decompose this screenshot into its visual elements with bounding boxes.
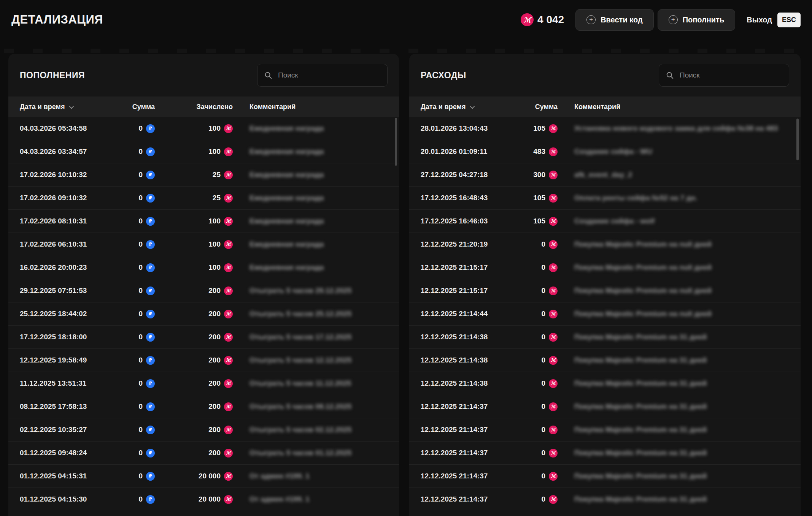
search-icon [264,71,272,79]
table-row[interactable]: 01.12.2025 04:15:30 0 ₽ 20 000 ℳ От адми… [8,488,399,511]
table-row[interactable]: 12.12.2025 21:14:38 0 ℳ Покупка Majestic… [409,372,801,395]
table-row[interactable]: 17.02.2026 10:10:32 0 ₽ 25 ℳ Ежедневная … [8,163,399,187]
table-row[interactable]: 17.02.2026 06:10:31 0 ₽ 100 ℳ Ежедневная… [8,233,399,256]
table-row[interactable]: 20.01.2026 01:09:11 483 ℳ Создание сейфа… [409,140,801,163]
row-datetime: 12.12.2025 21:14:37 [421,495,523,503]
exit-label: Выход [747,16,772,24]
table-row[interactable]: 12.12.2025 21:14:37 0 ℳ Покупка Majestic… [409,465,801,488]
row-comment: Отыграть 5 часов 29.12.2025 [233,286,388,295]
table-row[interactable]: 12.12.2025 21:14:37 0 ℳ Покупка Majestic… [409,418,801,442]
majestic-coin-icon: ℳ [224,171,233,179]
majestic-coin-icon: ℳ [549,426,558,434]
table-row[interactable]: 17.12.2025 18:18:00 0 ₽ 200 ℳ Отыграть 5… [8,326,399,349]
row-comment: Создание сейфа - wolf [558,217,789,225]
table-row[interactable]: 25.12.2025 18:44:02 0 ₽ 200 ℳ Отыграть 5… [8,302,399,326]
row-sum: 0 ℳ [523,240,558,249]
row-datetime: 27.12.2025 04:27:18 [421,171,523,179]
table-row[interactable]: 11.12.2025 13:51:31 0 ₽ 200 ℳ Отыграть 5… [8,372,399,395]
row-datetime: 17.12.2025 18:18:00 [20,333,122,341]
majestic-coin-icon: ℳ [549,333,558,342]
table-row[interactable]: 02.12.2025 10:35:27 0 ₽ 200 ℳ Отыграть 5… [8,418,399,442]
majestic-coin-icon: ℳ [549,147,558,156]
majestic-coin-icon: ℳ [549,472,558,481]
row-datetime: 17.12.2025 16:46:03 [421,217,523,225]
row-sum: 0 ₽ [122,379,155,388]
table-row[interactable]: 12.12.2025 21:14:37 0 ℳ Покупка Majestic… [409,395,801,418]
row-comment: Отыграть 5 часов 08.12.2025 [233,402,388,411]
row-comment: Ежедневная награда [233,171,388,179]
table-row[interactable]: 12.12.2025 21:14:38 0 ℳ Покупка Majestic… [409,349,801,372]
table-row[interactable]: 04.03.2026 03:34:57 0 ₽ 100 ℳ Ежедневная… [8,140,399,163]
row-sum: 0 ℳ [523,472,558,481]
ruble-coin-icon: ₽ [146,240,155,249]
table-row[interactable]: 17.12.2025 16:48:43 105 ℳ Оплата ренты с… [409,187,801,210]
majestic-coin-icon: ℳ [549,495,558,504]
exit-button[interactable]: Выход ESC [747,13,801,27]
row-sum: 105 ℳ [523,194,558,203]
enter-code-button[interactable]: + Ввести код [575,9,654,31]
table-row[interactable]: 17.02.2026 08:10:31 0 ₽ 100 ℳ Ежедневная… [8,210,399,233]
row-datetime: 12.12.2025 21:14:44 [421,310,523,318]
majestic-coin-icon: ℳ [549,402,558,411]
ruble-coin-icon: ₽ [146,402,155,411]
expenses-scrollbar[interactable] [796,119,799,160]
topups-search-input[interactable] [257,64,388,87]
table-row[interactable]: 17.12.2025 16:46:03 105 ℳ Создание сейфа… [409,210,801,233]
topups-panel: ПОПОЛНЕНИЯ Дата и время Сумма Зачислено … [8,54,399,516]
table-row[interactable]: 27.12.2025 04:27:18 300 ℳ afk_event_day_… [409,163,801,187]
row-credited: 20 000 ℳ [155,495,233,504]
row-sum: 0 ℳ [523,495,558,504]
row-sum: 300 ℳ [523,171,558,179]
column-header-datetime[interactable]: Дата и время [421,103,523,111]
row-datetime: 08.12.2025 17:58:13 [20,402,122,411]
majestic-coin-icon: ℳ [549,124,558,133]
column-header-sum: Сумма [523,103,558,111]
table-row[interactable]: 12.12.2025 21:14:37 0 ℳ Покупка Majestic… [409,488,801,511]
table-row[interactable]: 12.12.2025 21:14:44 0 ℳ Покупка Majestic… [409,302,801,326]
table-row[interactable]: 04.03.2026 05:34:58 0 ₽ 100 ℳ Ежедневная… [8,117,399,140]
chevron-down-icon [69,104,74,109]
row-comment: Отыграть 5 часов 17.12.2025 [233,333,388,341]
table-row[interactable]: 12.12.2025 21:14:38 0 ℳ Покупка Majestic… [409,326,801,349]
table-row[interactable]: 12.12.2025 21:20:19 0 ℳ Покупка Majestic… [409,233,801,256]
row-datetime: 12.12.2025 21:14:38 [421,356,523,364]
row-sum: 0 ℳ [523,356,558,365]
table-row[interactable]: 01.12.2025 09:48:24 0 ₽ 200 ℳ Отыграть 5… [8,442,399,465]
table-row[interactable]: 29.12.2025 07:51:53 0 ₽ 200 ℳ Отыграть 5… [8,279,399,302]
row-comment: Отыграть 5 часов 11.12.2025 [233,379,388,388]
table-row[interactable]: 17.02.2026 09:10:32 0 ₽ 25 ℳ Ежедневная … [8,187,399,210]
row-comment: Покупка Majestic Premium на null дней [558,263,789,272]
column-header-sum: Сумма [122,103,155,111]
row-credited: 25 ℳ [155,171,233,179]
topups-scrollbar[interactable] [395,118,397,166]
topup-button[interactable]: + Пополнить [658,9,736,31]
table-row[interactable]: 12.12.2025 21:15:17 0 ℳ Покупка Majestic… [409,279,801,302]
majestic-coin-icon: ℳ [224,147,233,156]
table-row[interactable]: 28.01.2026 13:04:43 105 ℳ Установка ново… [409,117,801,140]
row-sum: 0 ℳ [523,426,558,434]
table-row[interactable]: 12.12.2025 21:14:37 0 ℳ Покупка Majestic… [409,442,801,465]
row-datetime: 12.12.2025 21:14:37 [421,449,523,457]
table-row[interactable]: 12.12.2025 19:58:49 0 ₽ 200 ℳ Отыграть 5… [8,349,399,372]
majestic-coin-icon: ℳ [224,356,233,365]
row-datetime: 12.12.2025 21:15:17 [421,263,523,272]
row-sum: 105 ℳ [523,217,558,226]
table-row[interactable]: 16.02.2026 20:00:23 0 ₽ 100 ℳ Ежедневная… [8,256,399,279]
row-credited: 100 ℳ [155,263,233,272]
row-comment: Покупка Majestic Premium на 31 дней [558,356,789,364]
row-datetime: 25.12.2025 18:44:02 [20,310,122,318]
ruble-coin-icon: ₽ [146,449,155,457]
row-credited: 100 ℳ [155,124,233,133]
table-row[interactable]: 08.12.2025 17:58:13 0 ₽ 200 ℳ Отыграть 5… [8,395,399,418]
row-comment: Отыграть 5 часов 12.12.2025 [233,356,388,364]
topbar: ДЕТАЛИЗАЦИЯ ℳ 4 042 + Ввести код + Попол… [0,0,812,40]
majestic-coin-icon: ℳ [224,495,233,504]
row-sum: 0 ₽ [122,402,155,411]
row-sum: 0 ₽ [122,472,155,481]
table-row[interactable]: 01.12.2025 04:15:31 0 ₽ 20 000 ℳ От адми… [8,465,399,488]
column-header-datetime[interactable]: Дата и время [20,103,122,111]
table-row[interactable]: 12.12.2025 21:15:17 0 ℳ Покупка Majestic… [409,256,801,279]
row-datetime: 17.02.2026 08:10:31 [20,217,122,225]
row-comment: Ежедневная награда [233,124,388,133]
expenses-search-input[interactable] [659,64,789,87]
